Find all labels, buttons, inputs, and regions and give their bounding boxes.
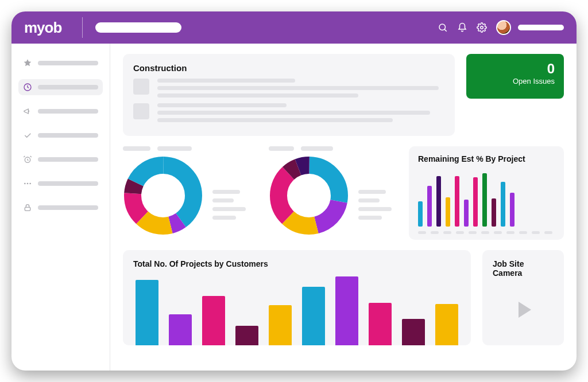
play-icon — [509, 296, 537, 323]
sidebar-label-placeholder — [38, 85, 98, 89]
sidebar-item-favorites[interactable] — [18, 55, 103, 71]
sidebar — [11, 44, 110, 371]
projects-chart — [133, 276, 461, 345]
svg-point-7 — [29, 183, 31, 185]
projects-title: Total No. Of Projects by Customers — [133, 259, 461, 268]
hero-text-line — [157, 118, 393, 122]
sidebar-label-placeholder — [38, 205, 98, 210]
sidebar-label-placeholder — [38, 181, 98, 186]
donut-chart-left — [123, 155, 203, 236]
job-site-camera-card: Job Site Camera — [482, 250, 564, 345]
hero-block-1 — [133, 79, 444, 98]
search-input[interactable] — [95, 22, 181, 33]
donut-left-legend — [212, 155, 252, 220]
megaphone-icon — [23, 107, 32, 116]
sidebar-item-secure[interactable] — [18, 200, 103, 216]
svg-point-6 — [27, 183, 29, 185]
remaining-est-card: Remaining Est % By Project — [409, 146, 564, 240]
sidebar-label-placeholder — [38, 61, 98, 65]
svg-line-1 — [444, 29, 446, 31]
brand-logo: myob — [24, 19, 61, 37]
open-issues-count: 0 — [475, 61, 555, 77]
alarm-icon — [23, 155, 32, 164]
gear-icon[interactable] — [477, 22, 487, 33]
star-icon — [23, 59, 32, 68]
app-window: myob — [11, 11, 577, 371]
play-button[interactable] — [493, 283, 554, 336]
donuts-section — [123, 146, 397, 240]
sidebar-item-more[interactable] — [18, 176, 103, 192]
bell-icon[interactable] — [457, 22, 467, 33]
sidebar-item-announce[interactable] — [18, 103, 103, 119]
hero-title: Construction — [133, 63, 444, 73]
hero-card: Construction — [123, 54, 455, 136]
hero-text-line — [157, 93, 358, 98]
avatar[interactable] — [496, 20, 511, 35]
hero-text-line — [157, 103, 287, 107]
donut-chart-right — [269, 155, 349, 236]
sidebar-item-tasks[interactable] — [18, 127, 103, 143]
remaining-est-chart — [418, 170, 555, 227]
search-icon[interactable] — [438, 22, 448, 33]
donut-right-card — [269, 146, 397, 240]
sidebar-label-placeholder — [38, 157, 98, 162]
sidebar-item-recent[interactable] — [18, 79, 103, 95]
projects-by-customer-card: Total No. Of Projects by Customers — [123, 250, 471, 345]
check-icon — [23, 131, 32, 140]
donut-left-card — [123, 146, 252, 240]
remaining-est-legend — [418, 231, 555, 234]
more-icon — [23, 179, 32, 188]
hero-block-2 — [133, 103, 444, 122]
camera-title: Job Site Camera — [493, 259, 554, 278]
hero-text-line — [157, 86, 439, 90]
open-issues-card[interactable]: 0 Open Issues — [466, 54, 564, 99]
sidebar-label-placeholder — [38, 109, 98, 114]
open-issues-label: Open Issues — [475, 77, 555, 85]
svg-point-0 — [439, 24, 446, 30]
hero-thumb — [133, 79, 149, 95]
svg-point-2 — [481, 26, 483, 29]
header-divider — [82, 17, 83, 38]
hero-text-line — [157, 79, 295, 83]
lock-icon — [23, 203, 32, 212]
user-name-placeholder — [518, 25, 564, 30]
app-header: myob — [11, 11, 577, 44]
clock-icon — [23, 83, 32, 92]
donut-right-legend — [358, 155, 397, 220]
svg-point-5 — [24, 183, 26, 185]
sidebar-label-placeholder — [38, 133, 98, 138]
remaining-est-title: Remaining Est % By Project — [418, 154, 555, 163]
main-content: Construction — [110, 44, 577, 371]
hero-text-line — [157, 111, 430, 115]
svg-rect-8 — [25, 207, 30, 211]
sidebar-item-reminders[interactable] — [18, 151, 103, 167]
hero-thumb — [133, 103, 149, 119]
